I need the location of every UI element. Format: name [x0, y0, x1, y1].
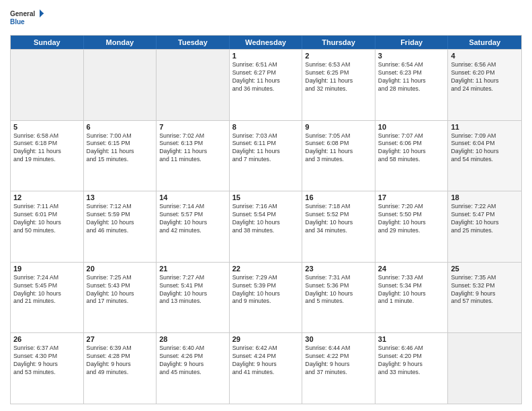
cell-text: Sunrise: 7:07 AM — [378, 132, 445, 140]
day-number: 27 — [87, 335, 154, 343]
cell-text: Sunset: 5:54 PM — [232, 211, 300, 219]
cell-text: and 29 minutes. — [378, 227, 445, 235]
cell-text: Daylight: 10 hours — [451, 148, 519, 156]
logo-svg: General Blue — [10, 7, 44, 32]
cell-text: and 9 minutes. — [232, 298, 300, 306]
cell-text: Daylight: 10 hours — [232, 219, 300, 227]
day-cell-28: 28Sunrise: 6:40 AMSunset: 4:26 PMDayligh… — [157, 333, 230, 404]
calendar-week-3: 12Sunrise: 7:11 AMSunset: 6:01 PMDayligh… — [11, 191, 521, 262]
day-cell-24: 24Sunrise: 7:33 AMSunset: 5:34 PMDayligh… — [375, 263, 449, 333]
day-header-sunday: Sunday — [11, 36, 84, 49]
cell-text: Sunset: 6:18 PM — [13, 140, 81, 148]
cell-text: Sunrise: 7:24 AM — [13, 274, 81, 282]
day-number: 6 — [87, 123, 154, 131]
day-number: 1 — [232, 52, 300, 60]
day-cell-21: 21Sunrise: 7:27 AMSunset: 5:41 PMDayligh… — [157, 263, 230, 333]
day-cell-25: 25Sunrise: 7:35 AMSunset: 5:32 PMDayligh… — [448, 263, 521, 333]
day-number: 28 — [159, 335, 226, 343]
day-number: 9 — [305, 123, 372, 131]
cell-text: and 3 minutes. — [305, 156, 372, 164]
day-cell-7: 7Sunrise: 7:02 AMSunset: 6:13 PMDaylight… — [157, 121, 230, 191]
cell-text: Sunset: 6:01 PM — [13, 211, 81, 219]
cell-text: and 15 minutes. — [87, 156, 154, 164]
day-number: 12 — [13, 193, 81, 201]
empty-cell — [448, 333, 521, 404]
cell-text: Sunset: 6:15 PM — [87, 140, 154, 148]
day-cell-18: 18Sunrise: 7:22 AMSunset: 5:47 PMDayligh… — [448, 191, 521, 262]
cell-text: Daylight: 11 hours — [13, 148, 81, 156]
cell-text: Sunrise: 7:20 AM — [378, 203, 445, 211]
day-cell-1: 1Sunrise: 6:51 AMSunset: 6:27 PMDaylight… — [230, 50, 303, 120]
cell-text: Sunset: 5:45 PM — [13, 282, 81, 290]
cell-text: and 1 minute. — [378, 298, 445, 306]
cell-text: Daylight: 11 hours — [305, 77, 372, 85]
cell-text: Daylight: 9 hours — [13, 361, 81, 369]
day-number: 4 — [451, 52, 519, 60]
cell-text: Sunset: 5:39 PM — [232, 282, 300, 290]
cell-text: Sunset: 5:50 PM — [378, 211, 445, 219]
cell-text: Sunset: 4:22 PM — [305, 353, 372, 361]
cell-text: Daylight: 11 hours — [232, 77, 300, 85]
day-number: 25 — [451, 265, 519, 273]
cell-text: and 25 minutes. — [451, 227, 519, 235]
day-number: 26 — [13, 335, 81, 343]
day-number: 22 — [232, 265, 300, 273]
cell-text: and 54 minutes. — [451, 156, 519, 164]
cell-text: Sunset: 5:52 PM — [305, 211, 372, 219]
cell-text: Daylight: 10 hours — [159, 290, 226, 298]
cell-text: Sunrise: 7:00 AM — [87, 132, 154, 140]
cell-text: Sunset: 5:36 PM — [305, 282, 372, 290]
cell-text: and 5 minutes. — [305, 298, 372, 306]
cell-text: and 21 minutes. — [13, 298, 81, 306]
cell-text: Sunrise: 7:02 AM — [159, 132, 226, 140]
empty-cell — [11, 50, 84, 120]
day-number: 16 — [305, 193, 372, 201]
cell-text: Daylight: 11 hours — [159, 148, 226, 156]
cell-text: Sunset: 6:08 PM — [305, 140, 372, 148]
cell-text: Sunset: 5:57 PM — [159, 211, 226, 219]
calendar: SundayMondayTuesdayWednesdayThursdayFrid… — [10, 35, 522, 404]
cell-text: Sunset: 6:20 PM — [451, 69, 519, 77]
cell-text: Daylight: 11 hours — [305, 148, 372, 156]
cell-text: and 13 minutes. — [159, 298, 226, 306]
cell-text: Sunrise: 6:53 AM — [305, 61, 372, 69]
calendar-week-2: 5Sunrise: 6:58 AMSunset: 6:18 PMDaylight… — [11, 120, 521, 191]
cell-text: Daylight: 10 hours — [378, 148, 445, 156]
day-number: 15 — [232, 193, 300, 201]
cell-text: Sunset: 4:26 PM — [159, 353, 226, 361]
cell-text: and 50 minutes. — [13, 227, 81, 235]
day-number: 14 — [159, 193, 226, 201]
page-header: General Blue — [10, 7, 522, 32]
day-number: 30 — [305, 335, 372, 343]
day-cell-23: 23Sunrise: 7:31 AMSunset: 5:36 PMDayligh… — [302, 263, 375, 333]
cell-text: Sunrise: 7:09 AM — [451, 132, 519, 140]
day-cell-10: 10Sunrise: 7:07 AMSunset: 6:06 PMDayligh… — [375, 121, 449, 191]
day-header-friday: Friday — [375, 36, 449, 49]
day-cell-26: 26Sunrise: 6:37 AMSunset: 4:30 PMDayligh… — [11, 333, 84, 404]
cell-text: and 37 minutes. — [305, 369, 372, 377]
cell-text: Daylight: 9 hours — [305, 361, 372, 369]
cell-text: and 17 minutes. — [87, 298, 154, 306]
day-cell-20: 20Sunrise: 7:25 AMSunset: 5:43 PMDayligh… — [84, 263, 157, 333]
day-cell-22: 22Sunrise: 7:29 AMSunset: 5:39 PMDayligh… — [230, 263, 303, 333]
day-number: 11 — [451, 123, 519, 131]
cell-text: Daylight: 11 hours — [232, 148, 300, 156]
cell-text: Sunrise: 6:46 AM — [378, 345, 445, 353]
cell-text: Sunrise: 7:31 AM — [305, 274, 372, 282]
day-header-monday: Monday — [84, 36, 157, 49]
day-number: 29 — [232, 335, 300, 343]
day-cell-6: 6Sunrise: 7:00 AMSunset: 6:15 PMDaylight… — [84, 121, 157, 191]
cell-text: Sunrise: 7:25 AM — [87, 274, 154, 282]
day-number: 19 — [13, 265, 81, 273]
day-cell-31: 31Sunrise: 6:46 AMSunset: 4:20 PMDayligh… — [375, 333, 449, 404]
cell-text: Daylight: 9 hours — [159, 361, 226, 369]
cell-text: Sunset: 4:30 PM — [13, 353, 81, 361]
day-number: 3 — [378, 52, 445, 60]
day-cell-29: 29Sunrise: 6:42 AMSunset: 4:24 PMDayligh… — [230, 333, 303, 404]
cell-text: Sunset: 4:24 PM — [232, 353, 300, 361]
cell-text: Sunrise: 7:03 AM — [232, 132, 300, 140]
day-number: 24 — [378, 265, 445, 273]
day-cell-12: 12Sunrise: 7:11 AMSunset: 6:01 PMDayligh… — [11, 191, 84, 262]
day-cell-2: 2Sunrise: 6:53 AMSunset: 6:25 PMDaylight… — [302, 50, 375, 120]
cell-text: Sunrise: 6:54 AM — [378, 61, 445, 69]
